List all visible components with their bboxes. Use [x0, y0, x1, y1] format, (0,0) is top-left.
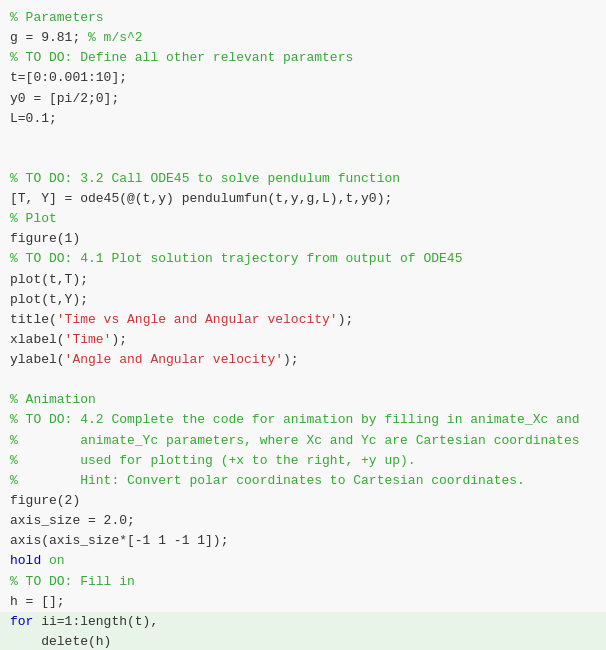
code-text: [T, Y] = ode45(@(t,y) pendulumfun(t,y,g,…	[10, 189, 392, 209]
code-text: figure(2)	[10, 491, 80, 511]
code-comment: % TO DO: 4.1 Plot solution trajectory fr…	[10, 249, 462, 269]
code-text: );	[111, 330, 127, 350]
code-comment: % Parameters	[10, 8, 104, 28]
code-text: ylabel(	[10, 350, 65, 370]
code-comment: % TO DO: 4.2 Complete the code for anima…	[10, 410, 580, 430]
code-text: L=0.1;	[10, 109, 57, 129]
code-text: xlabel(	[10, 330, 65, 350]
line-22: % animate_Yc parameters, where Xc and Yc…	[0, 431, 606, 451]
code-comment: % animate_Yc parameters, where Xc and Yc…	[10, 431, 580, 451]
code-string: 'Time vs Angle and Angular velocity'	[57, 310, 338, 330]
line-11: % Plot	[0, 209, 606, 229]
code-comment: % TO DO: 3.2 Call ODE45 to solve pendulu…	[10, 169, 338, 189]
code-text: plot(t,T);	[10, 270, 88, 290]
line-blank-1	[0, 129, 606, 149]
line-27: axis(axis_size*[-1 1 -1 1]);	[0, 531, 606, 551]
code-text: axis(axis_size*[-1 1 -1 1]);	[10, 531, 228, 551]
line-31: for ii=1:length(t),	[0, 612, 606, 632]
code-keyword: for	[10, 612, 33, 632]
line-15: plot(t,Y);	[0, 290, 606, 310]
code-text: h = [];	[10, 592, 65, 612]
line-5: y0 = [pi/2;0];	[0, 89, 606, 109]
line-29: % TO DO: Fill in	[0, 572, 606, 592]
line-26: axis_size = 2.0;	[0, 511, 606, 531]
code-comment: % m/s^2	[88, 28, 143, 48]
code-string: 'Angle and Angular velocity'	[65, 350, 283, 370]
code-comment-func: function	[338, 169, 400, 189]
code-text: );	[283, 350, 299, 370]
code-text: y0 = [pi/2;0];	[10, 89, 119, 109]
code-text: plot(t,Y);	[10, 290, 88, 310]
line-17: xlabel('Time');	[0, 330, 606, 350]
code-comment: % TO DO: Fill in	[10, 572, 135, 592]
line-12: figure(1)	[0, 229, 606, 249]
line-9: % TO DO: 3.2 Call ODE45 to solve pendulu…	[0, 169, 606, 189]
code-text: g = 9.81;	[10, 28, 88, 48]
line-4: t=[0:0.001:10];	[0, 68, 606, 88]
code-comment: % TO DO: Define all other relevant param…	[10, 48, 353, 68]
line-1: % Parameters	[0, 8, 606, 28]
line-30: h = [];	[0, 592, 606, 612]
line-24: % Hint: Convert polar coordinates to Car…	[0, 471, 606, 491]
code-text: axis_size = 2.0;	[10, 511, 135, 531]
code-text: delete(h)	[10, 632, 111, 650]
line-6: L=0.1;	[0, 109, 606, 129]
line-10: [T, Y] = ode45(@(t,y) pendulumfun(t,y,g,…	[0, 189, 606, 209]
line-blank-2	[0, 149, 606, 169]
code-comment: % Hint: Convert polar coordinates to Car…	[10, 471, 525, 491]
line-18: ylabel('Angle and Angular velocity');	[0, 350, 606, 370]
code-string: 'Time'	[65, 330, 112, 350]
code-text: );	[338, 310, 354, 330]
code-comment: % Animation	[10, 390, 96, 410]
line-3: % TO DO: Define all other relevant param…	[0, 48, 606, 68]
line-21: % TO DO: 4.2 Complete the code for anima…	[0, 410, 606, 430]
code-text: t=[0:0.001:10];	[10, 68, 127, 88]
line-blank-3	[0, 370, 606, 390]
code-text	[41, 551, 49, 571]
code-text: title(	[10, 310, 57, 330]
line-13: % TO DO: 4.1 Plot solution trajectory fr…	[0, 249, 606, 269]
line-16: title('Time vs Angle and Angular velocit…	[0, 310, 606, 330]
line-25: figure(2)	[0, 491, 606, 511]
code-comment: % Plot	[10, 209, 57, 229]
code-comment: % used for plotting (+x to the right, +y…	[10, 451, 416, 471]
code-editor: % Parameters g = 9.81; % m/s^2 % TO DO: …	[0, 0, 606, 650]
code-text: ii=1:length(t),	[33, 612, 158, 632]
code-on: on	[49, 551, 65, 571]
line-20: % Animation	[0, 390, 606, 410]
line-32: delete(h)	[0, 632, 606, 650]
code-text: figure(1)	[10, 229, 80, 249]
line-28: hold on	[0, 551, 606, 571]
line-14: plot(t,T);	[0, 270, 606, 290]
code-keyword: hold	[10, 551, 41, 571]
line-2: g = 9.81; % m/s^2	[0, 28, 606, 48]
line-23: % used for plotting (+x to the right, +y…	[0, 451, 606, 471]
